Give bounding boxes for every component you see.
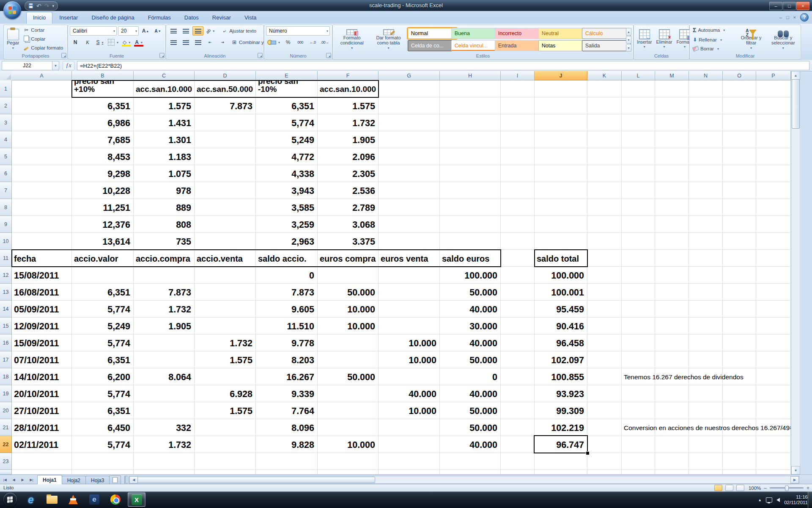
cell-E8[interactable]: 3,585 xyxy=(256,199,318,216)
cell-C19[interactable] xyxy=(134,385,195,402)
font-dialog-launcher-icon[interactable] xyxy=(159,53,165,58)
cell-E5[interactable]: 4,772 xyxy=(256,148,318,165)
cell-M6[interactable] xyxy=(655,165,689,182)
cell-B21[interactable]: 6,450 xyxy=(72,419,134,436)
cell-O22[interactable] xyxy=(723,436,756,453)
gallery-down-icon[interactable]: ▼ xyxy=(626,36,631,44)
row-header-23[interactable]: 23 xyxy=(0,453,12,470)
cell-P13[interactable] xyxy=(756,284,791,301)
select-all-button[interactable] xyxy=(0,71,12,81)
cell-E16[interactable]: 9.778 xyxy=(256,334,318,351)
cell-P4[interactable] xyxy=(756,131,791,148)
cell-G17[interactable]: 10.000 xyxy=(379,351,440,368)
cell-N20[interactable] xyxy=(689,402,723,419)
cell-P24[interactable] xyxy=(756,470,791,475)
cell-C14[interactable]: 1.732 xyxy=(134,301,195,318)
page-break-view-button[interactable] xyxy=(736,485,744,491)
cell-P3[interactable] xyxy=(756,114,791,131)
gallery-up-icon[interactable]: ▲ xyxy=(626,28,631,36)
column-header-D[interactable]: D xyxy=(195,71,256,80)
cell-E4[interactable]: 5,249 xyxy=(256,131,318,148)
taskbar-button-explorer[interactable] xyxy=(43,492,61,507)
cell-E2[interactable]: 6,351 xyxy=(256,97,318,114)
cell-B24[interactable] xyxy=(72,470,134,475)
cell-E21[interactable]: 8.096 xyxy=(256,419,318,436)
cell-P12[interactable] xyxy=(756,267,791,284)
cell-I2[interactable] xyxy=(501,97,535,114)
cell-style-celda-vincul-[interactable]: Celda vincul... xyxy=(451,40,500,51)
cell-L22[interactable] xyxy=(622,436,655,453)
cell-D11[interactable]: accio.venta xyxy=(195,250,256,267)
cell-J24[interactable] xyxy=(535,470,587,475)
cell-L7[interactable] xyxy=(622,182,655,199)
column-header-J[interactable]: J xyxy=(535,71,587,80)
cell-C16[interactable] xyxy=(134,334,195,351)
find-select-button[interactable]: Buscar y seleccionar▾ xyxy=(768,26,799,52)
cell-D22[interactable] xyxy=(195,436,256,453)
cell-L23[interactable] xyxy=(622,453,655,470)
cell-H5[interactable] xyxy=(440,148,501,165)
tab-revisar[interactable]: Revisar xyxy=(206,12,238,24)
cell-H22[interactable]: 40.000 xyxy=(440,436,501,453)
column-header-L[interactable]: L xyxy=(622,71,655,80)
cell-D5[interactable] xyxy=(195,148,256,165)
cell-D21[interactable] xyxy=(195,419,256,436)
cell-G9[interactable] xyxy=(379,216,440,233)
cell-E22[interactable]: 9.828 xyxy=(256,436,318,453)
vertical-scrollbar[interactable]: ▲ ▼ xyxy=(791,71,800,475)
cut-button[interactable]: ✂Cortar xyxy=(22,27,64,33)
cell-B8[interactable]: 11,251 xyxy=(72,199,134,216)
cell-J17[interactable]: 102.097 xyxy=(535,351,587,368)
cell-B16[interactable]: 5,774 xyxy=(72,334,134,351)
sheet-tab-hoja1[interactable]: Hoja1 xyxy=(37,475,62,484)
cell-B18[interactable]: 6,200 xyxy=(72,368,134,385)
cell-N14[interactable] xyxy=(689,301,723,318)
increase-indent-button[interactable]: ⇥ xyxy=(217,38,228,47)
cell-G16[interactable]: 10.000 xyxy=(379,334,440,351)
row-header-24[interactable] xyxy=(0,470,12,475)
cell-O8[interactable] xyxy=(723,199,756,216)
row-header-2[interactable]: 2 xyxy=(0,97,12,114)
cell-C6[interactable]: 1.075 xyxy=(134,165,195,182)
cell-O5[interactable] xyxy=(723,148,756,165)
underline-button[interactable]: S▾ xyxy=(94,38,105,47)
row-header-20[interactable]: 20 xyxy=(0,402,12,419)
cell-N4[interactable] xyxy=(689,131,723,148)
cell-A21[interactable]: 28/10/2011 xyxy=(12,419,72,436)
cell-J7[interactable] xyxy=(535,182,587,199)
cell-P8[interactable] xyxy=(756,199,791,216)
cell-J18[interactable]: 100.855 xyxy=(535,368,587,385)
cell-C11[interactable]: accio.compra xyxy=(134,250,195,267)
taskbar-button-emule[interactable]: e xyxy=(85,492,103,507)
cell-E19[interactable]: 9.339 xyxy=(256,385,318,402)
cell-I23[interactable] xyxy=(501,453,535,470)
insert-worksheet-button[interactable] xyxy=(109,475,121,484)
cell-E9[interactable]: 3,259 xyxy=(256,216,318,233)
zoom-out-button[interactable]: – xyxy=(764,486,767,490)
cell-G20[interactable]: 10.000 xyxy=(379,402,440,419)
cell-F14[interactable]: 10.000 xyxy=(318,301,379,318)
cell-B6[interactable]: 9,298 xyxy=(72,165,134,182)
cell-O3[interactable] xyxy=(723,114,756,131)
tab-vista[interactable]: Vista xyxy=(238,12,263,24)
zoom-slider-thumb[interactable] xyxy=(785,486,789,491)
cell-A6[interactable] xyxy=(12,165,72,182)
cell-H3[interactable] xyxy=(440,114,501,131)
accounting-format-button[interactable]: ▾ xyxy=(266,38,281,47)
cell-G15[interactable] xyxy=(379,318,440,334)
cell-P11[interactable] xyxy=(756,250,791,267)
row-header-18[interactable]: 18 xyxy=(0,368,12,385)
cell-P18[interactable] xyxy=(756,368,791,385)
cell-K18[interactable] xyxy=(587,368,622,385)
cell-A17[interactable]: 07/10/2011 xyxy=(12,351,72,368)
column-header-N[interactable]: N xyxy=(689,71,723,80)
cell-B20[interactable]: 6,351 xyxy=(72,402,134,419)
cell-H11[interactable]: saldo euros xyxy=(440,250,501,267)
cell-I16[interactable] xyxy=(501,334,535,351)
column-header-I[interactable]: I xyxy=(501,71,535,80)
cell-O19[interactable] xyxy=(723,385,756,402)
cell-style-incorrecto[interactable]: Incorrecto xyxy=(495,28,544,39)
cell-O23[interactable] xyxy=(723,453,756,470)
cell-J22[interactable]: 96.747 xyxy=(535,436,587,453)
zoom-slider[interactable] xyxy=(770,487,804,489)
